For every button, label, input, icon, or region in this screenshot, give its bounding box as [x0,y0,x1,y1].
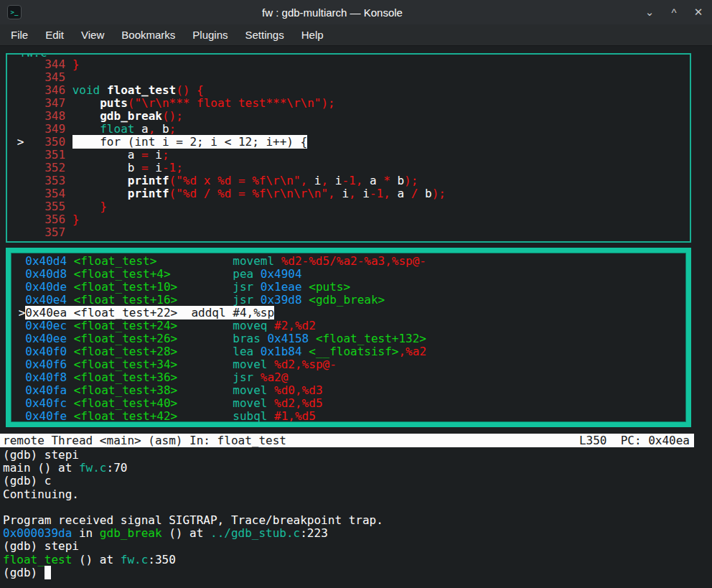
text-segment: <float_test+36> [74,370,178,384]
text-segment: 0x40fa [25,383,67,397]
text-segment: a [72,148,141,162]
text-segment [177,370,233,384]
text-segment: ("%d / %d = %f\r\n\r\n", [169,187,335,200]
highlighted-current-line: for (int i = 2; i < 12; i++) { [72,135,308,149]
menu-view[interactable]: View [75,26,111,44]
text-segment: { [197,83,204,97]
close-icon[interactable]: ✕ [692,6,705,19]
text-segment: } [100,200,107,213]
text-segment: > [10,135,24,149]
text-segment [261,332,268,345]
asm-line: 0x40f6 <float_test+34> movel %d2,%sp@- [11,358,685,371]
titlebar[interactable]: >_ fw : gdb-multiarch — Konsole ⌄ ^ ✕ [0,0,712,24]
terminal-prompt-icon: >_ [11,9,19,16]
asm-line: 0x40d4 <float_test> moveml %d2-%d5/%a2-%… [11,255,685,268]
asm-line: 0x40fe <float_test+42> subql #1,%d5 [11,410,685,423]
text-segment: ("%d x %d = %f\r\n", [169,174,308,187]
text-segment: 0x40f6 [25,358,67,371]
text-segment [67,254,74,268]
text-segment: in [72,526,100,540]
text-segment: * [383,174,390,187]
text-segment: ); [404,174,418,187]
console-line: 0x000039da in gdb_break () at ../gdb_stu… [3,527,709,540]
text-segment [177,280,233,294]
source-line: 345 [10,71,687,84]
text-segment: () [176,83,189,97]
text-segment: () at [162,526,210,540]
text-segment: i [307,174,321,187]
text-segment [171,267,233,281]
menu-settings[interactable]: Settings [239,26,291,44]
text-segment [177,345,233,358]
menu-file[interactable]: File [4,26,34,44]
tui-asm-window: 0x40d4 <float_test> moveml %d2-%d5/%a2-%… [6,248,691,427]
maximize-icon[interactable]: ^ [668,6,680,19]
gdb-console[interactable]: (gdb) stepimain () at fw.c:70(gdb) cCont… [3,449,709,579]
text-segment: 345 [10,70,72,84]
text-segment: (); [162,109,183,123]
menu-bookmarks[interactable]: Bookmarks [115,26,182,44]
console-line: Program received signal SIGTRAP, Trace/b… [3,514,709,527]
asm-line: 0x40f0 <float_test+28> lea 0x1b84 <__flo… [11,345,685,358]
text-segment [67,345,74,358]
text-segment: <float_test+26> [74,332,178,345]
text-segment: gdb_break [100,526,162,540]
text-segment: movel [233,383,267,397]
text-segment [11,319,25,332]
text-segment: } [72,213,80,226]
text-segment: / [411,187,418,200]
menu-plugins[interactable]: Plugins [186,26,234,44]
text-segment [177,293,233,307]
text-segment [11,396,25,410]
text-segment [11,409,25,423]
source-line: 344 } [10,58,687,71]
text-segment: -1, [342,174,362,187]
highlighted-current-line: 0x40ea <float_test+22> addql #4,%sp [25,306,274,319]
text-segment [302,280,309,294]
window-title: fw : gdb-multiarch — Konsole [22,6,643,19]
asm-line: 0x40f8 <float_test+36> jsr %a2@ [11,371,685,384]
text-segment: jsr [233,370,253,384]
tui-status-line: remote Thread <main> (asm) In: float_tes… [0,434,694,447]
text-segment [67,396,74,410]
text-segment: main () at [3,461,79,475]
text-segment [72,200,100,213]
source-line: 353 printf("%d x %d = %f\r\n", i, i-1, a… [10,174,687,187]
text-segment [67,267,74,281]
console-line: (gdb) stepi [3,449,709,462]
asm-line: 0x40e4 <float_test+16> jsr 0x39d8 <gdb_b… [11,294,685,307]
text-segment: ,%a2 [398,345,426,358]
asm-line: 0x40fa <float_test+38> movel %d0,%d3 [11,384,685,397]
menu-help[interactable]: Help [295,26,330,44]
text-segment [177,319,233,332]
text-segment: } [72,57,80,71]
text-segment: bras [233,332,261,345]
text-segment: #1,%d5 [274,409,316,423]
text-segment: b [155,122,169,136]
text-segment: moveml [233,254,274,268]
text-segment: = [141,161,149,174]
text-segment [309,332,316,345]
text-segment: i [335,187,349,200]
source-line: 347 puts("\r\n*** float test***\r\n"); [10,97,687,110]
text-segment: jsr [233,293,253,307]
text-segment: Continuing. [3,487,79,501]
text-segment: float_test [107,83,176,97]
text-segment: ; [162,148,169,162]
minimize-icon[interactable]: ⌄ [643,6,656,19]
menu-edit[interactable]: Edit [39,26,70,44]
text-segment: , [321,174,328,187]
source-line: 348 gdb_break(); [10,110,687,123]
source-window-title: fw.c [16,53,51,60]
text-segment: <float_test+28> [74,345,178,358]
text-segment: 0x40e4 [25,293,67,307]
text-segment: 352 [10,161,72,174]
terminal-area[interactable]: fw.c 344 } 345 346 void float_test() { 3… [0,46,712,588]
text-segment: a [134,122,148,136]
text-segment [67,358,74,371]
text-segment: :223 [300,526,328,540]
console-line: float_test () at fw.c:350 [3,554,709,566]
text-segment [67,383,74,397]
text-segment: 348 [10,109,72,123]
text-segment: float [100,122,134,136]
